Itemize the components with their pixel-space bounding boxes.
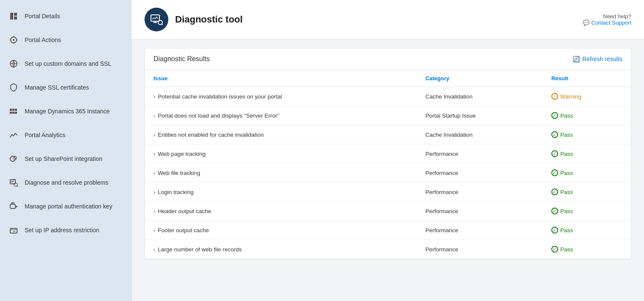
table-row: › Header output cache Performance✓Pass [145,202,631,221]
pass-icon-3: ✓ [551,150,558,157]
help-section: Need help? 💬 Contact Support [583,13,631,26]
result-cell-7: ✓Pass [543,221,631,240]
sidebar-item-custom-domains[interactable]: Set up custom domains and SSL [0,52,132,76]
table-row: › Login tracking Performance✓Pass [145,183,631,202]
sidebar-item-portal-details[interactable]: Portal Details [0,4,132,28]
category-cell-6: Performance [417,202,543,221]
svg-point-28 [11,229,13,231]
issue-cell-6: › Header output cache [145,202,417,221]
issue-cell-1: › Portal does not load and displays "Ser… [145,106,417,125]
issue-text-2: Entities not enabled for cache invalidat… [158,132,264,138]
page-header: Diagnostic tool Need help? 💬 Contact Sup… [132,0,644,39]
results-header: Diagnostic Results 🔄 Refresh results [145,48,631,70]
table-row: › Large number of web file records Perfo… [145,240,631,259]
issue-text-3: Web page tracking [158,151,205,157]
sidebar-item-manage-dynamics[interactable]: Manage Dynamics 365 Instance [0,99,132,123]
table-row: › Entities not enabled for cache invalid… [145,125,631,144]
sidebar-label-sharepoint: Set up SharePoint integration [25,155,102,163]
category-cell-1: Portal Startup Issue [417,106,543,125]
pass-icon-6: ✓ [551,208,558,214]
issue-cell-8: › Large number of web file records [145,240,417,259]
expand-button-3[interactable]: › [153,151,158,157]
issue-text-6: Header output cache [158,208,211,214]
pass-icon-1: ✓ [551,112,558,119]
need-help-text: Need help? [603,13,632,20]
portal-analytics-icon [9,130,19,140]
category-cell-8: Performance [417,240,543,259]
refresh-button[interactable]: 🔄 Refresh results [573,56,622,62]
expand-button-6[interactable]: › [153,208,158,214]
contact-support-link[interactable]: 💬 Contact Support [583,20,631,26]
sharepoint-icon [9,154,19,164]
sidebar-item-ip-restriction[interactable]: Set up IP address restriction [0,218,132,242]
portal-details-icon [9,11,19,21]
svg-point-17 [10,156,15,161]
category-cell-5: Performance [417,183,543,202]
category-cell-0: Cache Invalidation [417,87,543,106]
sidebar-item-manage-ssl[interactable]: Manage SSL certificates [0,76,132,99]
result-cell-3: ✓Pass [543,144,631,163]
manage-dynamics-icon [9,106,19,116]
issue-cell-4: › Web file tracking [145,163,417,183]
portal-actions-icon [9,35,19,45]
sidebar-item-portal-actions[interactable]: Portal Actions [0,28,132,52]
warning-result-0: !Warning [551,93,622,100]
svg-rect-13 [15,109,17,111]
auth-key-icon [9,201,19,211]
expand-button-4[interactable]: › [153,170,158,176]
pass-icon-5: ✓ [551,188,558,195]
svg-rect-22 [10,204,15,208]
pass-result-2: ✓Pass [551,131,622,138]
sidebar-label-manage-ssl: Manage SSL certificates [25,84,89,91]
sidebar-label-manage-dynamics: Manage Dynamics 365 Instance [25,107,110,115]
issue-cell-3: › Web page tracking [145,144,417,163]
header-left: Diagnostic tool [145,8,243,31]
svg-line-21 [17,186,18,187]
svg-rect-12 [12,109,14,111]
svg-rect-1 [14,13,17,16]
issue-cell-0: › Potential cache invalidation issues on… [145,87,417,106]
issue-text-4: Web file tracking [158,170,200,176]
expand-button-8[interactable]: › [153,246,158,253]
col-category: Category [417,70,543,87]
pass-icon-2: ✓ [551,131,558,138]
expand-button-0[interactable]: › [153,93,158,100]
diagnostic-tool-icon [145,8,168,31]
pass-result-4: ✓Pass [551,169,622,176]
pass-result-7: ✓Pass [551,227,622,233]
result-cell-0: !Warning [543,87,631,106]
table-row: › Portal does not load and displays "Ser… [145,106,631,125]
refresh-icon: 🔄 [573,56,580,62]
sidebar-label-diagnose: Diagnose and resolve problems [25,179,108,186]
table-row: › Web page tracking Performance✓Pass [145,144,631,163]
svg-rect-11 [10,109,12,111]
category-cell-7: Performance [417,221,543,240]
col-issue: Issue [145,70,417,87]
sidebar-label-auth-key: Manage portal authentication key [25,203,112,210]
table-header-row: Issue Category Result [145,70,631,87]
expand-button-2[interactable]: › [153,132,158,138]
svg-rect-27 [10,228,17,233]
expand-button-1[interactable]: › [153,113,158,119]
pass-result-3: ✓Pass [551,150,622,157]
sidebar-item-portal-analytics[interactable]: Portal Analytics [0,123,132,147]
results-panel: Diagnostic Results 🔄 Refresh results Iss… [145,48,631,259]
sidebar-item-auth-key[interactable]: Manage portal authentication key [0,194,132,218]
issue-text-8: Large number of web file records [158,246,241,253]
result-cell-4: ✓Pass [543,163,631,183]
pass-icon-4: ✓ [551,169,558,176]
issue-cell-7: › Footer output cache [145,221,417,240]
sidebar-item-sharepoint[interactable]: Set up SharePoint integration [0,147,132,171]
col-result: Result [543,70,631,87]
svg-rect-2 [14,17,17,20]
issue-text-5: Login tracking [158,189,193,195]
svg-point-4 [13,39,14,41]
result-cell-8: ✓Pass [543,240,631,259]
warn-icon-0: ! [551,93,558,100]
svg-rect-0 [10,13,13,20]
expand-button-7[interactable]: › [153,227,158,233]
sidebar-item-diagnose[interactable]: Diagnose and resolve problems [0,171,132,194]
expand-button-5[interactable]: › [153,189,158,195]
result-cell-5: ✓Pass [543,183,631,202]
diagnostic-table: Issue Category Result › Potential cache … [145,70,631,259]
